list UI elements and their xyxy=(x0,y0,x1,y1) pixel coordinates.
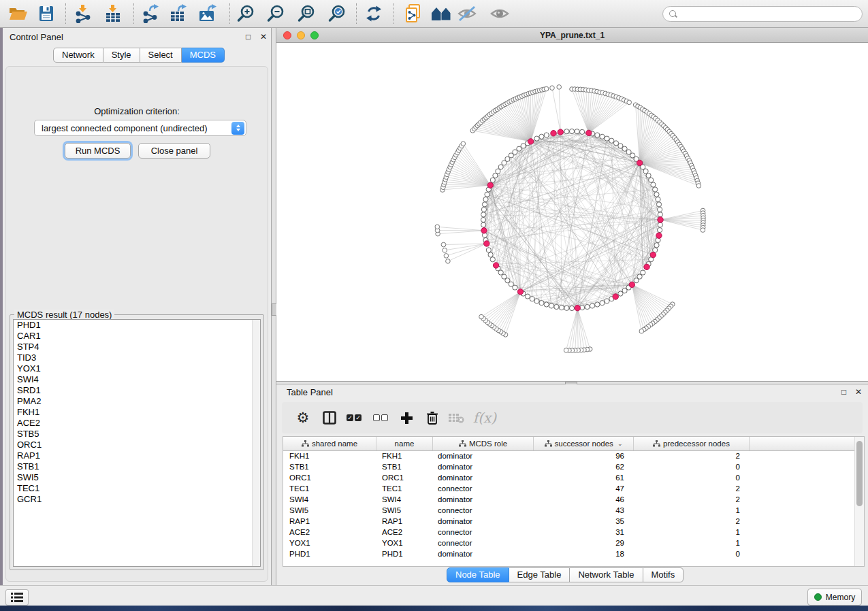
mcds-result-item[interactable]: STB1 xyxy=(14,461,260,472)
import-network-icon[interactable] xyxy=(71,2,95,25)
table-cell[interactable]: PHD1 xyxy=(283,548,376,559)
table-cell[interactable]: TEC1 xyxy=(376,483,433,494)
tab-edge-table[interactable]: Edge Table xyxy=(509,567,570,582)
float-panel-icon[interactable]: □ xyxy=(246,33,251,41)
column-header-name[interactable]: name xyxy=(376,437,433,450)
memory-button[interactable]: Memory xyxy=(807,589,862,606)
table-cell[interactable]: 1 xyxy=(634,527,750,538)
hide-selected-icon[interactable] xyxy=(455,2,479,25)
table-cell[interactable]: RAP1 xyxy=(376,516,433,527)
table-cell[interactable]: ORC1 xyxy=(376,472,433,483)
close-panel-button[interactable]: Close panel xyxy=(138,143,210,159)
mcds-result-item[interactable]: SWI5 xyxy=(14,472,260,483)
delete-entry-icon[interactable] xyxy=(421,407,443,429)
table-row[interactable]: TEC1TEC1connector472 xyxy=(283,483,855,494)
table-row[interactable]: FKH1FKH1dominator962 xyxy=(283,450,855,461)
table-row[interactable]: ORC1ORC1dominator610 xyxy=(283,472,855,483)
zoom-out-icon[interactable] xyxy=(263,2,288,25)
table-cell[interactable]: 2 xyxy=(634,483,750,494)
tab-network-table[interactable]: Network Table xyxy=(570,567,643,582)
mcds-result-item[interactable]: GCR1 xyxy=(14,494,260,505)
tab-network[interactable]: Network xyxy=(53,48,103,63)
table-settings-icon[interactable]: ⚙ xyxy=(292,407,314,429)
vertical-splitter[interactable] xyxy=(271,28,276,585)
table-cell[interactable]: FKH1 xyxy=(283,450,376,461)
tab-select[interactable]: Select xyxy=(140,48,182,63)
table-cell[interactable]: STB1 xyxy=(376,461,433,472)
column-header-MCDS-role[interactable]: MCDS role xyxy=(433,437,534,450)
table-cell[interactable]: 61 xyxy=(534,472,634,483)
table-cell[interactable]: SWI5 xyxy=(283,505,376,516)
table-cell[interactable]: ACE2 xyxy=(283,527,376,538)
task-history-button[interactable] xyxy=(5,589,29,606)
sort-menu-icon[interactable]: ⌄ xyxy=(617,440,623,447)
table-cell[interactable]: 43 xyxy=(534,505,634,516)
table-cell[interactable]: 29 xyxy=(534,538,634,548)
optimization-criterion-select[interactable]: largest connected component (undirected) xyxy=(34,120,246,136)
table-cell[interactable]: STB1 xyxy=(283,461,376,472)
table-cell[interactable]: 18 xyxy=(534,548,634,559)
table-cell[interactable]: 2 xyxy=(634,516,750,527)
table-row[interactable]: SWI5SWI5connector431 xyxy=(283,505,855,516)
table-cell[interactable]: 1 xyxy=(634,538,750,548)
window-close-icon[interactable] xyxy=(283,31,291,39)
duplicate-network-icon[interactable] xyxy=(402,2,426,25)
mcds-result-item[interactable]: STP4 xyxy=(14,342,260,352)
show-all-icon[interactable] xyxy=(487,2,512,25)
table-cell[interactable]: dominator xyxy=(433,472,534,483)
table-cell[interactable]: ACE2 xyxy=(376,527,433,538)
tab-node-table[interactable]: Node Table xyxy=(447,567,509,582)
float-table-panel-icon[interactable]: □ xyxy=(841,388,846,396)
tab-style[interactable]: Style xyxy=(103,48,140,63)
window-minimize-icon[interactable] xyxy=(297,31,305,39)
mcds-result-list[interactable]: PHD1CAR1STP4TID3YOX1SWI4SRD1PMA2FKH1ACE2… xyxy=(13,319,261,567)
table-row[interactable]: STB1STB1dominator620 xyxy=(283,461,855,472)
table-cell[interactable]: 47 xyxy=(534,483,634,494)
scrollbar-thumb[interactable] xyxy=(856,441,863,506)
window-maximize-icon[interactable] xyxy=(310,31,319,39)
search-input[interactable] xyxy=(662,6,863,22)
close-panel-icon[interactable]: ✕ xyxy=(260,33,267,41)
mcds-result-item[interactable]: PHD1 xyxy=(14,320,260,331)
mcds-list-scrollbar[interactable] xyxy=(252,320,260,566)
mcds-result-item[interactable]: STB5 xyxy=(14,429,260,440)
mcds-result-item[interactable]: ORC1 xyxy=(14,440,260,450)
table-cell[interactable]: TEC1 xyxy=(283,483,376,494)
network-canvas[interactable] xyxy=(276,43,868,381)
table-cell[interactable]: YOX1 xyxy=(376,538,433,548)
table-cell[interactable]: ORC1 xyxy=(283,472,376,483)
mcds-result-item[interactable]: SRD1 xyxy=(14,385,260,396)
mcds-result-item[interactable]: RAP1 xyxy=(14,450,260,461)
mcds-result-item[interactable]: FKH1 xyxy=(14,407,260,418)
table-cell[interactable]: 2 xyxy=(634,494,750,505)
mcds-result-item[interactable]: TID3 xyxy=(14,352,260,363)
open-session-icon[interactable] xyxy=(5,2,30,25)
zoom-in-icon[interactable] xyxy=(234,2,258,25)
table-cell[interactable]: FKH1 xyxy=(376,450,433,461)
table-cell[interactable]: connector xyxy=(433,483,534,494)
table-cell[interactable]: RAP1 xyxy=(283,516,376,527)
column-header-shared-name[interactable]: shared name xyxy=(283,437,376,450)
import-table-icon[interactable] xyxy=(101,2,125,25)
table-cell[interactable]: dominator xyxy=(433,548,534,559)
table-cell[interactable]: YOX1 xyxy=(283,538,376,548)
delete-table-icon[interactable] xyxy=(445,407,467,429)
table-cell[interactable]: 0 xyxy=(634,472,750,483)
table-cell[interactable]: dominator xyxy=(433,494,534,505)
table-cell[interactable]: SWI4 xyxy=(283,494,376,505)
network-window-titlebar[interactable]: YPA_prune.txt_1 xyxy=(276,28,868,43)
mcds-result-item[interactable]: YOX1 xyxy=(14,363,260,374)
run-mcds-button[interactable]: Run MCDS xyxy=(65,143,131,159)
export-table-icon[interactable] xyxy=(166,2,191,25)
table-cell[interactable]: 0 xyxy=(634,548,750,559)
mcds-result-item[interactable]: TEC1 xyxy=(14,483,260,494)
deselect-all-icon[interactable] xyxy=(370,407,391,429)
first-neighbors-icon[interactable] xyxy=(429,2,453,25)
tab-motifs[interactable]: Motifs xyxy=(643,567,684,582)
mcds-result-item[interactable]: ACE2 xyxy=(14,418,260,429)
mcds-result-item[interactable]: SWI4 xyxy=(14,374,260,385)
zoom-selected-icon[interactable] xyxy=(325,2,349,25)
table-cell[interactable]: SWI5 xyxy=(376,505,433,516)
table-row[interactable]: ACE2ACE2connector311 xyxy=(283,527,855,538)
table-cell[interactable]: 2 xyxy=(634,450,750,461)
